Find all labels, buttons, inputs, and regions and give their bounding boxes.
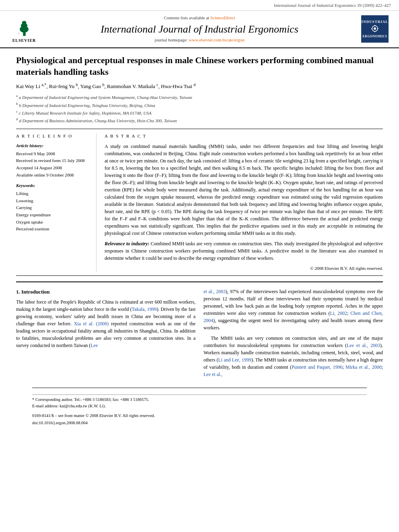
ref-chen-chen[interactable]: Chen and Chen, 2004	[204, 310, 383, 323]
elsevier-logo: ⚕ ELSEVIER	[8, 15, 40, 43]
author-kai-way-li: Kai Way Li a,*,	[16, 83, 49, 89]
journal-title: International Journal of Industrial Ergo…	[101, 23, 298, 35]
logo-line1: INDUSTRIAL	[362, 20, 389, 25]
ref-lee-2003[interactable]: Lee et al., 2003	[347, 343, 380, 348]
body-col-left: 1. Introduction The labor force of the P…	[16, 288, 195, 381]
abstract-column: A B S T R A C T A study on combined manu…	[105, 133, 383, 271]
journal-reference-text: International Journal of Industrial Ergo…	[274, 3, 391, 8]
journal-logo-right: INDUSTRIAL ERGONOMICS	[359, 15, 391, 43]
journal-center: Contents lists available at ScienceDirec…	[40, 15, 359, 43]
sciencedirect-anchor[interactable]: ScienceDirect	[210, 15, 235, 20]
article-history-group: Article history: Received 9 May 2008 Rec…	[16, 143, 90, 179]
doi-line: doi:10.1016/j.ergon.2008.08.004	[32, 420, 367, 426]
affiliations: a a Department of Industrial Engineering…	[16, 93, 383, 124]
abstract-relevance-para: Relevance to industry: Combined MMH task…	[105, 240, 383, 262]
homepage-link[interactable]: www.elsevier.com/locate/ergon	[189, 37, 244, 42]
ref-lee-et-al-end[interactable]: Lee et al.,	[204, 372, 222, 377]
elsevier-label: ELSEVIER	[12, 38, 36, 44]
intro-para-3: The MMH tasks are very common on constru…	[204, 335, 383, 378]
date-received: Received 9 May 2008	[16, 150, 90, 158]
page-footer: * Corresponding author. Tel.: +886 3 518…	[32, 388, 367, 426]
journal-logo-box: INDUSTRIAL ERGONOMICS	[361, 15, 389, 43]
abstract-main-para: A study on combined manual materials han…	[105, 143, 383, 237]
logo-line3: ERGONOMICS	[362, 35, 387, 39]
article-info-column: A R T I C L E I N F O Article history: R…	[16, 133, 97, 271]
section-divider	[16, 281, 383, 282]
keyword-lifting: Lifting	[16, 190, 90, 197]
article-content: Physiological and perceptual responses i…	[0, 48, 399, 432]
svg-point-3	[22, 21, 26, 25]
date-online: Available online 9 October 2008	[16, 172, 90, 179]
article-title: Physiological and perceptual responses i…	[16, 55, 383, 78]
affil-c: c c Liberty Mutual Research Institute fo…	[16, 109, 383, 116]
affil-b: b b Department of Industrial Engineering…	[16, 101, 383, 109]
issn-line: 0169-8141/$ – see front matter © 2008 El…	[32, 413, 367, 419]
ref-mirka[interactable]: Mirka et al., 2000	[346, 364, 382, 370]
keyword-oxygen: Oxygen uptake	[16, 219, 90, 226]
author-rammohan: Rammohan V. Maikala c,	[107, 83, 161, 89]
section1-heading: 1. Introduction	[16, 288, 195, 296]
footer-issn-doi: 0169-8141/$ – see front matter © 2008 El…	[32, 413, 367, 426]
affil-a: a a Department of Industrial Engineering…	[16, 93, 383, 101]
svg-point-6	[374, 27, 376, 30]
article-dates: Received 9 May 2008 Received in revised …	[16, 150, 90, 179]
date-accepted: Accepted 14 August 2008	[16, 164, 90, 172]
journal-header: ⚕ ELSEVIER Contents lists available at S…	[0, 11, 399, 48]
intro-para-2: et al., 2003), 97% of the interviewees h…	[204, 288, 383, 331]
logo-gear-icon	[369, 25, 381, 33]
ref-et-al-2003[interactable]: et al., 2003	[204, 289, 226, 294]
authors-line: Kai Way Li a,*, Rui-feng Yu b, Yang Gao …	[16, 82, 383, 90]
sciencedirect-link: Contents lists available at ScienceDirec…	[164, 15, 235, 21]
affil-d: d d Department of Business Administratio…	[16, 117, 383, 124]
keywords-list: Lifting Lowering Carrying Energy expendi…	[16, 190, 90, 233]
elsevier-tree-icon: ⚕	[13, 17, 35, 37]
article-info-label: A R T I C L E I N F O	[16, 133, 90, 140]
date-revised: Received in revised form 15 July 2008	[16, 157, 90, 164]
copyright-line: © 2008 Elsevier B.V. All rights reserved…	[105, 265, 383, 272]
email-line: E-mail address: kai@chu.edu.tw (K.W. Li)…	[32, 404, 106, 408]
ref-xia[interactable]: Xia et al. (2000)	[74, 321, 109, 327]
article-info-abstract-section: A R T I C L E I N F O Article history: R…	[16, 129, 383, 276]
keyword-lowering: Lowering	[16, 197, 90, 205]
ref-punnett[interactable]: Punnett and Paquet, 1996	[292, 364, 343, 370]
page-wrapper: International Journal of Industrial Ergo…	[0, 0, 399, 432]
ref-lee-partial[interactable]: Lee	[90, 343, 98, 348]
keyword-perceived: Perceived exertion	[16, 226, 90, 233]
footnote-text: * Corresponding author. Tel.: +886 3 518…	[32, 397, 149, 402]
history-label: Article history:	[16, 143, 90, 149]
keywords-label: Keywords:	[16, 183, 90, 189]
body-col-right: et al., 2003), 97% of the interviewees h…	[204, 288, 383, 381]
logo-line2	[369, 25, 381, 35]
intro-para-1: The labor force of the People's Republic…	[16, 298, 195, 349]
keyword-energy: Energy expenditure	[16, 212, 90, 219]
body-two-column: 1. Introduction The labor force of the P…	[16, 288, 383, 381]
author-rui-feng-yu: Rui-feng Yu b,	[49, 83, 80, 89]
author-yang-gao: Yang Gao b,	[80, 83, 107, 89]
ref-li-lee[interactable]: Li and Lee, 1999	[218, 357, 251, 363]
footnote-corresponding: * Corresponding author. Tel.: +886 3 518…	[32, 394, 367, 409]
journal-reference-bar: International Journal of Industrial Ergo…	[0, 0, 399, 11]
ref-takala[interactable]: Takala, 1999	[132, 306, 157, 312]
journal-homepage: journal homepage: www.elsevier.com/locat…	[154, 37, 244, 43]
author-hwa-hwa-tsai: Hwa-Hwa Tsai d	[161, 83, 195, 89]
relevance-label: Relevance to industry:	[105, 241, 149, 246]
svg-text:⚕: ⚕	[18, 32, 19, 35]
keywords-group: Keywords: Lifting Lowering Carrying Ener…	[16, 183, 90, 233]
abstract-label: A B S T R A C T	[105, 133, 383, 140]
ref-li-2002[interactable]: Li, 2002	[330, 310, 347, 316]
abstract-text: A study on combined manual materials han…	[105, 143, 383, 272]
keyword-carrying: Carrying	[16, 204, 90, 212]
